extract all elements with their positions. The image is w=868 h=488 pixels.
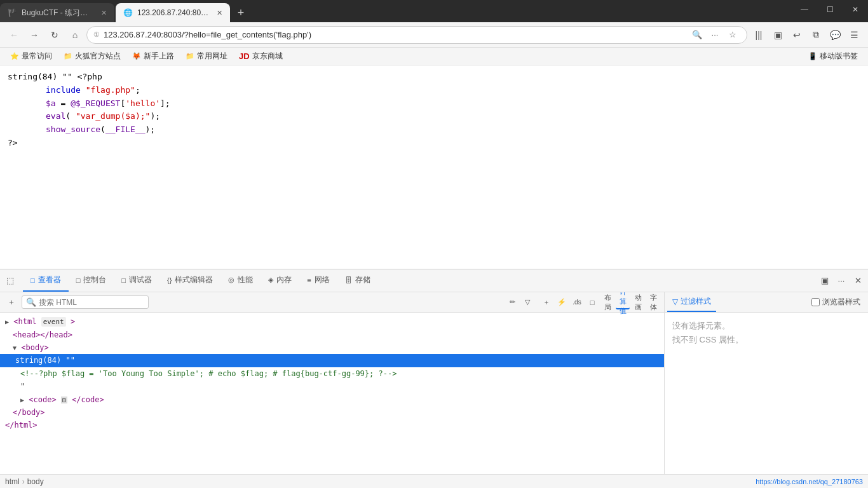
code-line-4: eval( "var_dump($a);"); (8, 110, 860, 123)
tab-close-bugku[interactable]: ✕ (101, 9, 107, 17)
tab-console[interactable]: □ 控制台 (69, 269, 114, 292)
breadcrumb-html[interactable]: html (5, 477, 20, 486)
tab-network-label: 网络 (315, 274, 330, 285)
tab-style-editor[interactable]: {} 样式编辑器 (159, 269, 220, 292)
html-node-body-expand[interactable]: ▼ <body> (5, 341, 659, 354)
browser-style-check[interactable] (811, 298, 820, 306)
hello-key: 'hello' (125, 98, 160, 108)
storage-icon: 🗄 (345, 276, 352, 284)
animation-tab[interactable]: 动画 (631, 295, 645, 309)
php-open-tag: <?php (78, 72, 102, 81)
devtools-panel: ⬚ □ 查看器 □ 控制台 □ 调试器 {} 样式编辑器 (0, 269, 868, 488)
tab-inspector[interactable]: □ 查看器 (23, 269, 69, 292)
more-icon[interactable]: ··· (707, 27, 722, 43)
csdn-link[interactable]: https://blog.csdn.net/qq_27180763 (756, 478, 863, 485)
css-content-area: 没有选择元素。 找不到 CSS 属性。 (665, 313, 868, 474)
file-const: __FILE__ (105, 125, 146, 134)
close-button[interactable]: ✕ (843, 0, 868, 19)
breadcrumb-body[interactable]: body (27, 477, 44, 486)
sidebar-icon[interactable]: ||| (750, 26, 768, 44)
back-icon2[interactable]: ↩ (788, 26, 806, 44)
computed-tab[interactable]: 计算值 (616, 295, 630, 309)
reload-button[interactable]: ↻ (46, 26, 64, 44)
bookmark-star-icon[interactable]: ☆ (725, 27, 740, 43)
filter-icon: ▽ (672, 297, 678, 306)
address-bar[interactable]: ① 123.206.87.240:8003/?hello=file_get_co… (86, 26, 747, 44)
network-icon: ≡ (307, 276, 311, 284)
bookmark-frequent[interactable]: ⭐ 最常访问 (5, 50, 57, 63)
page-body: string(84) "" <?php include "flag.php"; … (0, 65, 868, 155)
tab-performance[interactable]: ◎ 性能 (220, 269, 261, 292)
edit-html-button[interactable]: ✏ (505, 295, 519, 309)
filter-button[interactable]: ▽ (520, 295, 534, 309)
event-button[interactable]: ⚡ (555, 295, 569, 309)
tab-memory[interactable]: ◈ 内存 (261, 269, 299, 292)
bookmark-jd[interactable]: JD 京东商城 (234, 50, 288, 63)
bookmark-mobile[interactable]: 📱 移动版书签 (803, 50, 863, 63)
home-button[interactable]: ⌂ (66, 26, 84, 44)
devtools-inspector-toggle[interactable]: ⬚ (3, 273, 18, 288)
tab-network[interactable]: ≡ 网络 (299, 269, 337, 292)
css-filter-tab[interactable]: ▽ 过滤样式 (667, 292, 716, 312)
eval-func: eval (46, 111, 65, 121)
new-tab-button[interactable]: + (231, 3, 250, 22)
dom-tab[interactable]: □ (585, 295, 599, 309)
tab-debugger[interactable]: □ 调试器 (114, 269, 159, 292)
window-controls: — ☐ ✕ (792, 0, 868, 22)
layout-tab[interactable]: 布局 (600, 295, 614, 309)
back-button[interactable]: ← (5, 26, 23, 44)
add-element-button[interactable]: + (4, 295, 19, 310)
devtools-bottom-bar: html › body https://blog.csdn.net/qq_271… (0, 474, 868, 488)
devtools-more-button[interactable]: ··· (834, 273, 849, 288)
url-text: 123.206.87.240:8003/?hello=file_get_cont… (104, 30, 686, 39)
browser-window: 🏴 BugkuCTF - 练习平台 ✕ 🌐 123.206.87.240:800… (0, 0, 868, 488)
ds-tab[interactable]: .ds (570, 295, 584, 309)
tab-inspector-label: 查看器 (38, 274, 61, 285)
code-line-2: include "flag.php"; (8, 84, 860, 97)
maximize-button[interactable]: ☐ (817, 0, 843, 19)
html-node-html[interactable]: ▶ <html event > (5, 315, 659, 329)
minimize-button[interactable]: — (792, 0, 817, 19)
html-node-code[interactable]: ▶ <code> ⊟ </code> (5, 393, 659, 406)
screenshot-icon[interactable]: ⧉ (807, 26, 825, 44)
chat-icon[interactable]: 💬 (826, 26, 844, 44)
tab-title-bugku: BugkuCTF - 练习平台 (22, 8, 93, 18)
tab-bugku[interactable]: 🏴 BugkuCTF - 练习平台 ✕ (0, 3, 114, 22)
devtools-toolbar: ⬚ □ 查看器 □ 控制台 □ 调试器 {} 样式编辑器 (0, 269, 868, 292)
font-tab[interactable]: 字体 (646, 295, 660, 309)
html-node-comment[interactable]: <!--?php $flag = 'Too Young Too Simple';… (5, 367, 659, 380)
search-icon[interactable]: 🔍 (689, 27, 705, 43)
title-bar: 🏴 BugkuCTF - 练习平台 ✕ 🌐 123.206.87.240:800… (0, 0, 868, 22)
tab-close-active[interactable]: ✕ (217, 9, 222, 17)
html-selected-string[interactable]: string(84) "" (0, 354, 664, 367)
devtools-body: + 🔍 ✏ ▽ + ⚡ .ds □ 布局 计算 (0, 292, 868, 474)
reading-mode-icon[interactable]: ▣ (769, 26, 787, 44)
html-panel-right: ✏ ▽ (505, 295, 534, 309)
html-search-box[interactable]: 🔍 (22, 295, 149, 309)
forward-button[interactable]: → (25, 26, 43, 44)
devtools-dock-button[interactable]: ▣ (817, 273, 832, 288)
no-element-message: 没有选择元素。 (672, 318, 860, 334)
bookmark-newuser[interactable]: 🦊 新手上路 (127, 50, 179, 63)
folder2-icon: 📁 (186, 52, 194, 60)
html-node-head[interactable]: <head></head> (5, 329, 659, 341)
browser-style-checkbox[interactable]: 浏览器样式 (806, 297, 865, 308)
page-content-area: string(84) "" <?php include "flag.php"; … (0, 65, 868, 269)
plus-button[interactable]: + (539, 295, 553, 309)
tab-storage[interactable]: 🗄 存储 (337, 269, 378, 292)
devtools-close-button[interactable]: ✕ (850, 273, 865, 288)
menu-icon[interactable]: ☰ (845, 26, 863, 44)
mobile-icon: 📱 (808, 52, 817, 60)
html-search-input[interactable] (39, 298, 144, 307)
bookmark-common[interactable]: 📁 常用网址 (180, 50, 233, 63)
event-badge[interactable]: event (41, 317, 66, 327)
tab-favicon-bugku: 🏴 (8, 8, 17, 17)
bookmark-mozilla-label: 火狐官方站点 (75, 51, 121, 62)
memory-icon: ◈ (268, 276, 273, 284)
tab-performance-label: 性能 (238, 274, 253, 285)
bookmark-mozilla[interactable]: 📁 火狐官方站点 (58, 50, 126, 63)
tab-console-label: 控制台 (83, 274, 106, 285)
browser-style-label: 浏览器样式 (822, 297, 860, 308)
folder-icon: 📁 (64, 52, 72, 60)
tab-active[interactable]: 🌐 123.206.87.240:8003/?hello=file_get...… (116, 3, 230, 22)
